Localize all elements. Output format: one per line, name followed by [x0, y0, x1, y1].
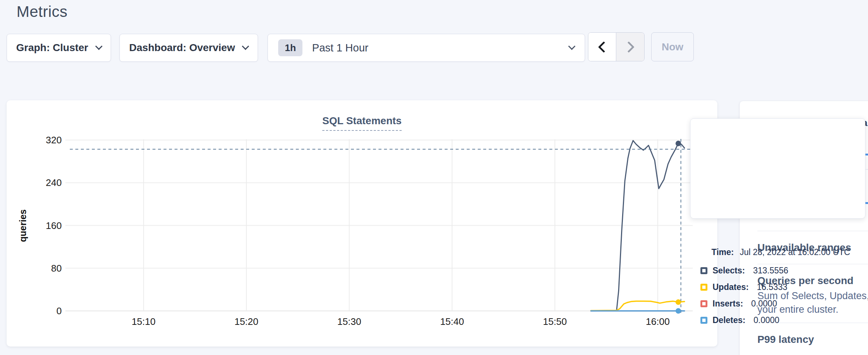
y-axis-tick-label: 80 — [32, 263, 62, 274]
x-axis-tick-label: 15:10 — [118, 316, 169, 327]
selects-series-swatch-icon — [700, 267, 707, 274]
time-range-badge: 1h — [278, 39, 302, 56]
y-axis-tick-label: 240 — [32, 177, 62, 189]
sql-statements-chart-card: SQL Statements — [7, 100, 717, 347]
time-step-button-group — [588, 32, 645, 61]
graph-scope-dropdown[interactable]: Graph: Cluster — [7, 34, 111, 62]
time-range-label: Past 1 Hour — [312, 42, 560, 54]
tooltip-time-row: Time:Jul 28, 2022 at 16:02:00 UTC — [711, 247, 850, 257]
y-axis-tick-label: 160 — [32, 220, 62, 232]
divider — [757, 264, 868, 264]
page-title: Metrics — [17, 3, 68, 21]
tooltip-series-row: Deletes: 0.0000 — [700, 315, 779, 325]
tooltip-series-row: Selects: 313.5556 — [700, 266, 788, 276]
chart-title[interactable]: SQL Statements — [322, 115, 402, 131]
dashboard-label: Dashboard: Overview — [129, 42, 235, 54]
dashboard-dropdown[interactable]: Dashboard: Overview — [119, 34, 258, 62]
x-axis-tick-label: 16:00 — [632, 316, 684, 327]
x-axis-tick-label: 15:20 — [221, 316, 272, 327]
clipped-link-fragment — [865, 154, 868, 155]
y-axis-tick-label: 0 — [32, 305, 62, 317]
tooltip-series-row: Updates: 16.5333 — [700, 282, 788, 292]
tooltip-series-row: Inserts: 0.0000 — [700, 299, 777, 309]
metrics-page: { "page": { "title": "Metrics" }, "toolb… — [0, 0, 868, 355]
x-axis-tick-label: 15:40 — [426, 316, 478, 327]
sidebar-item-p99-latency[interactable]: P99 latency — [757, 334, 814, 345]
inserts-series-swatch-icon — [700, 300, 707, 307]
chevron-down-icon — [568, 43, 575, 50]
next-timespan-button[interactable] — [616, 33, 644, 61]
previous-timespan-button[interactable] — [588, 33, 616, 61]
now-button[interactable]: Now — [651, 32, 694, 61]
divider — [757, 231, 868, 231]
updates-series-swatch-icon — [700, 284, 707, 291]
deletes-series-swatch-icon — [700, 317, 707, 324]
chevron-left-icon — [598, 41, 609, 53]
chart-hover-tooltip: Time:Jul 28, 2022 at 16:02:00 UTC Select… — [690, 118, 865, 219]
y-axis-tick-label: 320 — [32, 135, 62, 146]
clipped-link-fragment — [865, 202, 868, 204]
time-range-selector[interactable]: 1h Past 1 Hour — [268, 34, 585, 62]
graph-scope-label: Graph: Cluster — [16, 42, 88, 54]
x-axis-tick-label: 15:30 — [323, 316, 375, 327]
divider — [865, 169, 868, 170]
clipped-text-fragment: a — [865, 117, 868, 126]
chevron-down-icon — [242, 43, 250, 50]
chevron-down-icon — [95, 43, 103, 50]
x-axis-tick-label: 15:50 — [529, 316, 581, 327]
chevron-right-icon — [623, 41, 634, 53]
